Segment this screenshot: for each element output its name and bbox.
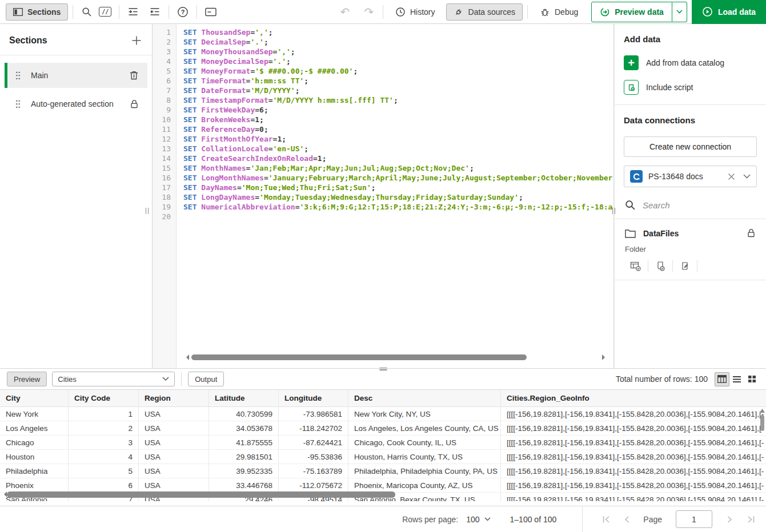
sections-toggle-button[interactable]: Sections bbox=[6, 3, 68, 21]
code-line[interactable]: SET MonthNames='Jan;Feb;Mar;Apr;May;Jun;… bbox=[183, 163, 613, 173]
table-cell: New York bbox=[0, 407, 69, 421]
connection-item-label: DataFiles bbox=[643, 229, 739, 238]
page-label: Page bbox=[643, 515, 662, 524]
editor-horizontal-scrollbar[interactable] bbox=[183, 353, 608, 361]
panel-resize-handle[interactable] bbox=[612, 208, 615, 214]
preview-tab-button[interactable]: Preview bbox=[7, 372, 47, 386]
code-line[interactable]: SET NumericalAbbreviation='3:k;6:M;9:G;1… bbox=[183, 202, 613, 212]
code-line[interactable]: SET FirstWeekDay=6; bbox=[183, 105, 613, 115]
scrollbar-thumb[interactable] bbox=[191, 354, 527, 360]
column-header: Region bbox=[139, 390, 209, 406]
output-tab-button[interactable]: Output bbox=[188, 372, 224, 386]
code-line[interactable]: SET MoneyDecimalSep='.'; bbox=[183, 57, 613, 66]
sidebar-resize-handle[interactable] bbox=[146, 208, 149, 214]
line-number: 15 bbox=[153, 163, 171, 173]
scroll-right-icon[interactable] bbox=[602, 354, 608, 360]
pagination-bar: Rows per page: 100 1–100 of 100 Page bbox=[0, 506, 766, 532]
line-number: 1 bbox=[153, 27, 171, 37]
table-cell: USA bbox=[139, 436, 209, 449]
table-select[interactable]: Cities bbox=[52, 372, 175, 386]
search-input[interactable] bbox=[643, 200, 740, 210]
load-data-button[interactable]: Load data bbox=[692, 0, 766, 24]
code-line[interactable]: SET DecimalSep='.'; bbox=[183, 37, 613, 47]
data-connections-title: Data connections bbox=[624, 115, 757, 125]
grid-view-button[interactable] bbox=[744, 372, 759, 386]
comment-toggle-button[interactable]: // bbox=[96, 3, 114, 21]
first-page-button[interactable] bbox=[599, 512, 613, 527]
help-button[interactable]: ? bbox=[174, 3, 192, 21]
table-cell: USA bbox=[139, 421, 209, 435]
clear-selection-button[interactable] bbox=[728, 173, 735, 180]
line-number: 12 bbox=[153, 134, 171, 144]
next-page-button[interactable] bbox=[723, 512, 737, 527]
insert-script-button[interactable] bbox=[653, 259, 667, 273]
table-cell: [[[[-156,19.8281],[-156,19.8341],[-155.8… bbox=[501, 450, 766, 464]
code-line[interactable]: SET LongMonthNames='January;February;Mar… bbox=[183, 173, 613, 183]
preview-data-button[interactable]: Preview data bbox=[591, 2, 672, 22]
code-line[interactable] bbox=[183, 212, 613, 221]
annotation-button[interactable] bbox=[202, 3, 220, 21]
sidebar-item-main[interactable]: Main bbox=[5, 63, 147, 88]
previous-page-button[interactable] bbox=[619, 512, 634, 527]
code-line[interactable]: SET LongDayNames='Monday;Tuesday;Wednesd… bbox=[183, 192, 613, 202]
table-cell: 41.875555 bbox=[209, 436, 279, 449]
scroll-left-icon[interactable] bbox=[1, 491, 7, 497]
include-script-button[interactable]: Include script bbox=[624, 80, 757, 95]
table-cell: [[[[-156,19.8281],[-156,19.8341],[-155.8… bbox=[501, 464, 766, 478]
editor-code[interactable]: SET ThousandSep=',';SET DecimalSep='.';S… bbox=[177, 24, 613, 368]
drag-handle-icon[interactable] bbox=[15, 99, 21, 109]
list-view-button[interactable] bbox=[729, 372, 744, 386]
add-from-catalog-button[interactable]: + Add from data catalog bbox=[624, 55, 757, 70]
scrollbar-thumb[interactable] bbox=[760, 415, 764, 431]
debug-button[interactable]: Debug bbox=[532, 3, 585, 21]
edit-connection-script-button[interactable] bbox=[678, 259, 692, 273]
code-line[interactable]: SET ThousandSep=','; bbox=[183, 27, 613, 37]
redo-button[interactable]: ↷ bbox=[360, 3, 378, 21]
code-line[interactable]: SET CreateSearchIndexOnReload=1; bbox=[183, 154, 613, 163]
scroll-left-icon[interactable] bbox=[183, 354, 189, 360]
scrollbar-thumb[interactable] bbox=[7, 491, 395, 498]
drag-handle-icon[interactable] bbox=[15, 71, 21, 80]
search-button[interactable] bbox=[78, 3, 96, 21]
table-header-row: CityCity CodeRegionLatitudeLongitudeDesc… bbox=[0, 390, 766, 407]
rows-per-page-select[interactable]: 100 bbox=[466, 515, 490, 524]
undo-button[interactable]: ↶ bbox=[336, 3, 354, 21]
select-data-button[interactable] bbox=[629, 259, 643, 273]
preview-data-menu-button[interactable] bbox=[672, 2, 687, 22]
table-vertical-scrollbar[interactable] bbox=[760, 409, 765, 431]
editor-gutter: 1234567891011121314151617181920 bbox=[153, 24, 177, 368]
code-line[interactable]: SET TimeFormat='h:mm:ss TT'; bbox=[183, 76, 613, 86]
create-connection-button[interactable]: Create new connection bbox=[624, 136, 757, 157]
table-view-button[interactable] bbox=[715, 372, 729, 386]
code-line[interactable]: SET MoneyFormat='$ ###0.00;-$ ###0.00'; bbox=[183, 66, 613, 76]
code-line[interactable]: SET CollationLocale='en-US'; bbox=[183, 144, 613, 154]
code-line[interactable]: SET FirstMonthOfYear=1; bbox=[183, 134, 613, 144]
toolbar-divider bbox=[527, 5, 528, 19]
data-sources-button[interactable]: Data sources bbox=[446, 3, 523, 21]
outdent-button[interactable] bbox=[146, 3, 164, 21]
history-button[interactable]: History bbox=[388, 3, 443, 21]
connection-space-select[interactable]: PS-13648 docs bbox=[624, 166, 757, 187]
history-clock-icon bbox=[395, 7, 406, 17]
last-page-button[interactable] bbox=[743, 512, 758, 527]
indent-button[interactable] bbox=[124, 3, 142, 21]
code-line[interactable]: SET ReferenceDay=0; bbox=[183, 124, 613, 134]
line-number: 17 bbox=[153, 183, 171, 192]
code-line[interactable]: SET DayNames='Mon;Tue;Wed;Thu;Fri;Sat;Su… bbox=[183, 183, 613, 192]
code-line[interactable]: SET TimestampFormat='M/D/YYYY h:mm:ss[.f… bbox=[183, 95, 613, 105]
script-editor: 1234567891011121314151617181920 SET Thou… bbox=[153, 24, 614, 368]
code-line[interactable]: SET MoneyThousandSep=','; bbox=[183, 47, 613, 57]
table-cell: Phoenix, Maricopa County, AZ, US bbox=[348, 478, 501, 492]
sidebar-item-auto-generated[interactable]: Auto-generated section bbox=[5, 91, 147, 116]
delete-section-button[interactable] bbox=[129, 70, 139, 80]
line-number: 11 bbox=[153, 124, 171, 134]
code-line[interactable]: SET BrokenWeeks=1; bbox=[183, 115, 613, 124]
table-horizontal-scrollbar[interactable] bbox=[1, 491, 766, 498]
chevron-right-icon bbox=[727, 515, 733, 523]
preview-splitter-handle[interactable] bbox=[379, 366, 387, 372]
add-section-button[interactable] bbox=[131, 35, 142, 46]
dropdown-toggle[interactable] bbox=[743, 174, 751, 179]
connection-item-datafiles[interactable]: DataFiles bbox=[624, 219, 757, 238]
code-line[interactable]: SET DateFormat='M/D/YYYY'; bbox=[183, 86, 613, 95]
page-number-input[interactable] bbox=[676, 510, 712, 528]
